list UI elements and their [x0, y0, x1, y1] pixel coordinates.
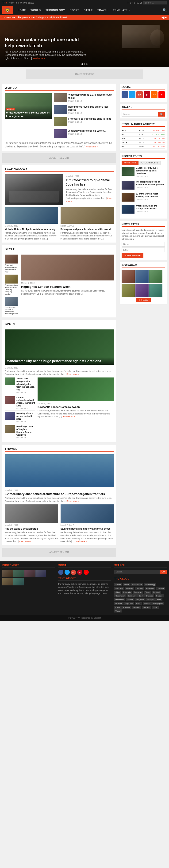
footer-pi-icon[interactable]: p [77, 570, 82, 575]
newsletter-subscribe-btn[interactable]: SUBSCRIBE ME [122, 253, 143, 258]
tag-item[interactable]: Show [152, 606, 159, 609]
tag-item[interactable]: Magazine [123, 602, 134, 605]
insta-image-4[interactable] [122, 284, 135, 297]
tag-item[interactable]: Science [142, 606, 151, 609]
footer-photo-2[interactable] [13, 570, 24, 577]
tag-item[interactable]: Flicker [144, 591, 152, 594]
sidebar-search-btn[interactable]: 🔍 [158, 112, 165, 117]
stock-change-1: -0.16 -0.19% [153, 129, 165, 132]
insta-image-5[interactable] [135, 284, 149, 297]
hero-dot-2[interactable] [84, 63, 85, 65]
sidebar-rss-btn[interactable]: rss [151, 91, 157, 98]
tag-item[interactable]: Newspapers [152, 602, 164, 605]
top-rss-icon[interactable]: rss [136, 1, 139, 4]
tag-item[interactable]: History [126, 598, 134, 601]
sidebar-fb-btn[interactable]: f [122, 91, 128, 98]
top-pi-icon[interactable]: p [134, 1, 135, 4]
tag-item[interactable]: Gold [137, 594, 144, 597]
tag-item[interactable]: Saudi [123, 583, 130, 586]
newsletter-name-input[interactable] [122, 242, 165, 247]
tag-item[interactable]: Archaeology [144, 583, 156, 586]
recent-tab-recent[interactable]: Recent Posts [122, 161, 138, 165]
hero-dot-3[interactable] [86, 63, 88, 65]
style-small-item-2[interactable]: The scandalous art dealer who shook up s… [5, 275, 19, 295]
footer-fb-icon[interactable]: f [58, 570, 64, 575]
nav-home[interactable]: HOME [15, 6, 28, 14]
tag-item[interactable]: Satellite [132, 606, 141, 609]
sidebar-yt-btn[interactable]: yt [159, 91, 165, 98]
footer-search-btn[interactable]: GO [160, 570, 167, 574]
footer-search-input[interactable] [114, 570, 160, 574]
tag-item[interactable]: London [114, 602, 123, 605]
trending-prev[interactable]: ◀ [162, 16, 164, 19]
recent-tab-popular[interactable]: POPULAR POSTS [138, 161, 161, 165]
tag-item[interactable]: Geography [114, 594, 126, 597]
nav-search-icon[interactable]: 🔍 [163, 5, 167, 15]
top-fb-icon[interactable]: f [127, 1, 127, 4]
top-yt-icon[interactable]: yt [140, 1, 142, 4]
sidebar-tw-btn[interactable]: t [129, 91, 135, 98]
tag-item[interactable]: Music [135, 602, 142, 605]
tag-item[interactable]: Cities [114, 591, 121, 594]
tag-item[interactable]: Celebrity [145, 587, 155, 590]
tag-item[interactable]: Football [152, 591, 161, 594]
trending-next[interactable]: ▶ [165, 16, 167, 19]
nav-travel[interactable]: TRAVEL [95, 6, 111, 14]
style-small-item-1[interactable]: The most beautiful ladies fashion in the… [5, 254, 19, 273]
tag-item[interactable]: Portal [114, 606, 122, 609]
tag-item[interactable]: Nature [143, 602, 151, 605]
sport-main-read-more[interactable]: Read More » [67, 373, 79, 375]
tag-item[interactable]: Bowling [125, 587, 134, 590]
hero-read-more[interactable]: Read More » [32, 57, 45, 60]
footer-gp-icon[interactable]: g+ [71, 570, 76, 575]
travel-sub-1-read-more[interactable]: Read More » [19, 540, 32, 542]
sidebar-pi-btn[interactable]: p [144, 91, 150, 98]
nav-technology[interactable]: TECHNOLOGY [43, 6, 68, 14]
nav-sport[interactable]: SPORT [68, 6, 81, 14]
newsletter-email-input[interactable] [122, 248, 165, 252]
tag-item[interactable]: Colorado [122, 591, 132, 594]
tag-item[interactable]: Images [146, 598, 155, 601]
tag-item[interactable]: Chicago [156, 587, 165, 590]
sidebar-gp-btn[interactable]: g+ [136, 91, 143, 98]
footer-photo-3[interactable] [25, 570, 35, 577]
tag-item[interactable]: Germany [127, 594, 137, 597]
tag-item[interactable]: Graphics [144, 594, 154, 597]
tag-item[interactable]: Headlines [114, 598, 125, 601]
tag-item[interactable]: Portfolio [122, 606, 131, 609]
insta-image-6[interactable] [149, 284, 162, 297]
tag-item[interactable]: Architecture [130, 583, 143, 586]
tag-item[interactable]: Travel [114, 610, 122, 613]
site-logo[interactable]: 🦁 [2, 6, 13, 14]
tag-item[interactable]: Sabah [114, 583, 122, 586]
footer-photo-1[interactable] [2, 570, 13, 577]
footer-photo-6[interactable] [13, 578, 24, 585]
sidebar-search-input[interactable] [122, 112, 158, 117]
insta-image-3[interactable] [149, 270, 162, 283]
sport-right-read-more[interactable]: Read More » [63, 415, 75, 418]
insta-follow-btn[interactable]: Follow Us [136, 298, 151, 302]
footer-tw-icon[interactable]: t [65, 570, 70, 575]
tag-item[interactable]: Awarding [114, 587, 124, 590]
top-gp-icon[interactable]: g+ [130, 1, 133, 4]
tag-item[interactable]: Grunge [155, 594, 164, 597]
footer-photo-4[interactable] [35, 570, 46, 577]
travel-main-read-more[interactable]: Read More » [67, 500, 79, 502]
style-small-item-3[interactable]: The sleeping episode of abandoned Italia… [5, 297, 19, 315]
footer-photo-5[interactable] [2, 578, 13, 585]
tag-item[interactable]: Israel [155, 598, 162, 601]
top-search-input[interactable] [143, 1, 167, 4]
nav-template[interactable]: TEMPLATE ▾ [111, 6, 132, 14]
tag-item[interactable]: Hollywood [134, 598, 145, 601]
footer-yt-icon[interactable]: yt [84, 570, 89, 575]
tag-item[interactable]: Catching [135, 587, 144, 590]
insta-image-2[interactable] [135, 270, 149, 283]
insta-image-1[interactable] [122, 270, 135, 283]
tag-item[interactable]: Economy [133, 591, 143, 594]
top-tw-icon[interactable]: t [128, 1, 129, 4]
travel-sub-2-read-more[interactable]: Read More » [75, 540, 87, 542]
hero-dot-1[interactable] [81, 63, 83, 65]
nav-world[interactable]: WORLD [28, 6, 43, 14]
nav-style[interactable]: STYLE [81, 6, 95, 14]
world-read-more[interactable]: Read More » [86, 146, 98, 148]
